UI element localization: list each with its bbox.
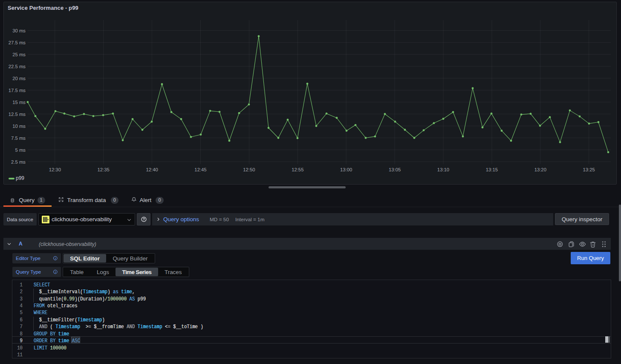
svg-text:12.5 ms: 12.5 ms — [9, 112, 26, 117]
svg-text:7.5 ms: 7.5 ms — [11, 136, 26, 141]
svg-text:12:45: 12:45 — [194, 167, 206, 172]
svg-text:20 ms: 20 ms — [12, 76, 26, 81]
svg-text:12:30: 12:30 — [49, 167, 61, 172]
svg-text:12:35: 12:35 — [98, 167, 110, 172]
svg-text:13:05: 13:05 — [389, 167, 401, 172]
svg-text:10 ms: 10 ms — [12, 124, 26, 129]
svg-text:12:55: 12:55 — [292, 167, 303, 172]
svg-text:13:20: 13:20 — [534, 167, 546, 172]
svg-text:15 ms: 15 ms — [12, 100, 26, 105]
svg-text:2.5 ms: 2.5 ms — [11, 159, 26, 165]
svg-text:13:10: 13:10 — [437, 167, 449, 172]
svg-text:13:25: 13:25 — [583, 167, 595, 172]
svg-text:12:40: 12:40 — [146, 167, 158, 172]
svg-text:30 ms: 30 ms — [12, 28, 26, 33]
svg-text:13:15: 13:15 — [486, 167, 498, 172]
svg-text:25 ms: 25 ms — [12, 52, 26, 57]
svg-text:5 ms: 5 ms — [15, 147, 26, 153]
svg-text:13:00: 13:00 — [340, 167, 352, 172]
svg-text:22.5 ms: 22.5 ms — [9, 64, 26, 69]
svg-text:27.5 ms: 27.5 ms — [9, 40, 26, 45]
svg-text:12:50: 12:50 — [243, 167, 255, 172]
svg-text:17.5 ms: 17.5 ms — [9, 88, 26, 93]
